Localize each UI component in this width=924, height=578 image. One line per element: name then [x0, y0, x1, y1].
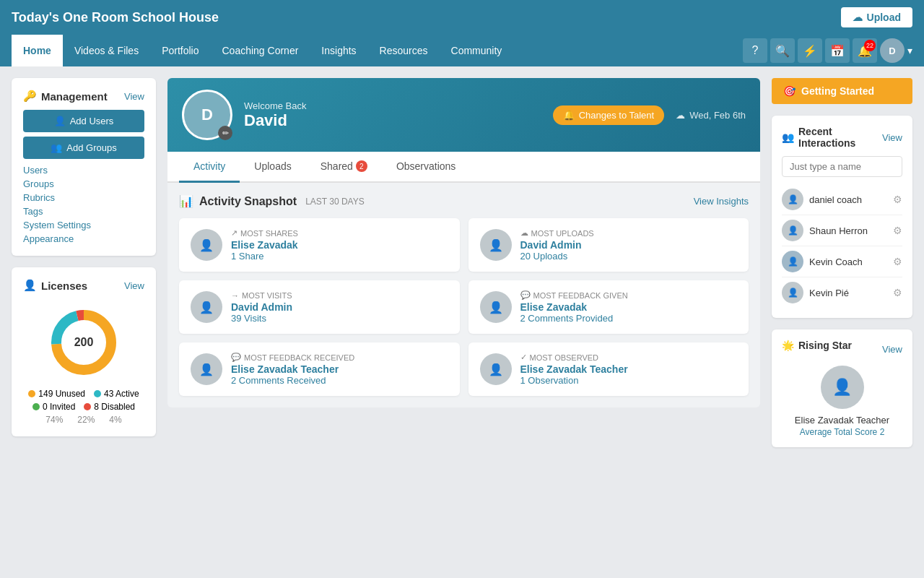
licenses-view-link[interactable]: View	[124, 280, 144, 291]
snap-avatar-0: 👤	[191, 229, 222, 261]
link-system-settings[interactable]: System Settings	[23, 220, 144, 230]
disabled-dot	[84, 403, 91, 410]
user-avatar-nav[interactable]: D	[880, 38, 905, 63]
nav-item-resources[interactable]: Resources	[368, 35, 440, 66]
snap-name-5[interactable]: Elise Zavadak Teacher	[520, 363, 628, 375]
notification-button[interactable]: 🔔 22	[853, 38, 877, 63]
active-dot	[94, 390, 101, 397]
snap-avatar-1: 👤	[480, 229, 512, 261]
snap-name-2[interactable]: David Admin	[231, 301, 292, 313]
lightning-button[interactable]: ⚡	[798, 38, 822, 63]
tab-observations[interactable]: Observations	[382, 152, 470, 183]
snapshot-card-most-uploads: 👤 ☁ MOST UPLOADS David Admin 20 Uploads	[468, 218, 749, 272]
rising-star-name: Elise Zavadak Teacher	[782, 415, 902, 426]
snapshot-card-most-feedback-received: 👤 💬 MOST FEEDBACK RECEIVED Elise Zavadak…	[179, 342, 460, 396]
snap-count-5: 1 Observation	[520, 375, 628, 386]
link-rubrics[interactable]: Rubrics	[23, 192, 144, 203]
management-view-link[interactable]: View	[124, 91, 144, 102]
view-insights-link[interactable]: View Insights	[694, 196, 749, 207]
snap-label-3: 💬 MOST FEEDBACK GIVEN	[520, 290, 628, 300]
add-users-button[interactable]: 👤 Add Users	[23, 110, 144, 132]
snap-info-5: ✓ MOST OBSERVED Elise Zavadak Teacher 1 …	[520, 353, 628, 386]
tab-uploads[interactable]: Uploads	[240, 152, 305, 183]
help-button[interactable]: ?	[743, 38, 767, 63]
interaction-search-input[interactable]	[782, 156, 902, 177]
interaction-item-3: 👤 Kevin Pié ⚙	[782, 277, 902, 308]
main-layout: 🔑 Management View 👤 Add Users 👥 Add Grou…	[0, 66, 924, 459]
disabled-label: 8 Disabled	[94, 402, 135, 412]
add-groups-button[interactable]: 👥 Add Groups	[23, 137, 144, 159]
profile-name: David	[244, 111, 306, 130]
group-icon: 👥	[51, 142, 62, 153]
gear-icon-1[interactable]: ⚙	[893, 225, 902, 236]
snap-name-0[interactable]: Elise Zavadak	[231, 239, 298, 251]
feedback-received-icon: 💬	[231, 353, 241, 362]
snap-name-4[interactable]: Elise Zavadak Teacher	[231, 363, 354, 375]
snap-info-2: → MOST VISITS David Admin 39 Visits	[231, 291, 292, 324]
management-card: 🔑 Management View 👤 Add Users 👥 Add Grou…	[12, 78, 156, 256]
gear-icon-0[interactable]: ⚙	[893, 194, 902, 205]
calendar-button[interactable]: 📅	[825, 38, 850, 63]
nav-item-coaching[interactable]: Coaching Corner	[211, 35, 310, 66]
interaction-name-0[interactable]: daniel coach	[809, 194, 862, 205]
nav-item-community[interactable]: Community	[440, 35, 514, 66]
getting-started-button[interactable]: 🎯 Getting Started	[772, 78, 912, 104]
rising-star-score: Average Total Score 2	[782, 427, 902, 437]
invited-dot	[32, 403, 40, 410]
recent-interactions-view-link[interactable]: View	[882, 132, 902, 143]
tab-activity[interactable]: Activity	[179, 152, 240, 183]
snap-avatar-5: 👤	[480, 353, 512, 385]
link-groups[interactable]: Groups	[23, 178, 144, 189]
gear-icon-2[interactable]: ⚙	[893, 256, 902, 267]
snapshot-grid: 👤 ↗ MOST SHARES Elise Zavadak 1 Share 👤	[179, 218, 749, 396]
management-title: 🔑 Management	[23, 90, 108, 103]
snapshot-header: 📊 Activity Snapshot LAST 30 DAYS View In…	[179, 194, 749, 208]
link-users[interactable]: Users	[23, 165, 144, 176]
legend-disabled: 8 Disabled	[84, 402, 135, 412]
interaction-name-1[interactable]: Shaun Herron	[809, 225, 868, 236]
snap-label-5: ✓ MOST OBSERVED	[520, 353, 628, 362]
interaction-item-0: 👤 daniel coach ⚙	[782, 184, 902, 215]
snapshot-card-most-visits: 👤 → MOST VISITS David Admin 39 Visits	[179, 280, 460, 334]
changes-to-talent-button[interactable]: 🔔 Changes to Talent	[553, 105, 665, 125]
talent-icon: 🔔	[563, 110, 575, 121]
snap-label-2: → MOST VISITS	[231, 291, 292, 300]
top-bar-right: ☁ Upload	[841, 7, 912, 27]
profile-actions: 🔔 Changes to Talent ☁ Wed, Feb 6th	[553, 105, 746, 125]
nav-bar: Home Videos & Files Portfolio Coaching C…	[0, 35, 924, 66]
interaction-name-3[interactable]: Kevin Pié	[809, 288, 849, 298]
nav-item-home[interactable]: Home	[12, 35, 63, 66]
link-appearance[interactable]: Appearance	[23, 233, 144, 244]
snap-info-3: 💬 MOST FEEDBACK GIVEN Elise Zavadak 2 Co…	[520, 290, 628, 324]
snap-name-1[interactable]: David Admin	[520, 239, 594, 251]
nav-item-videos[interactable]: Videos & Files	[63, 35, 150, 66]
pct-unused: 74%	[45, 415, 63, 425]
profile-info: Welcome Back David	[244, 100, 306, 130]
interaction-name-2[interactable]: Kevin Coach	[809, 256, 863, 267]
link-tags[interactable]: Tags	[23, 206, 144, 217]
rising-star-title: 🌟 Rising Star	[782, 340, 852, 351]
licenses-donut-container: 200 149 Unused 43 Active 0 Invited	[23, 299, 144, 425]
legend-active: 43 Active	[94, 389, 139, 399]
top-bar: Today's One Room School House ☁ Upload	[0, 0, 924, 35]
nav-item-insights[interactable]: Insights	[310, 35, 367, 66]
profile-avatar-wrap: D ✏	[182, 90, 232, 140]
upload-icon-snap: ☁	[520, 228, 528, 238]
snap-name-3[interactable]: Elise Zavadak	[520, 301, 628, 313]
nav-item-portfolio[interactable]: Portfolio	[150, 35, 210, 66]
profile-header: D ✏ Welcome Back David 🔔 Changes to Tale…	[167, 78, 760, 152]
snap-avatar-4: 👤	[191, 353, 222, 385]
chart-icon: 📊	[179, 194, 193, 208]
snap-count-2: 39 Visits	[231, 313, 292, 324]
search-button[interactable]: 🔍	[770, 38, 795, 63]
interaction-left-3: 👤 Kevin Pié	[782, 282, 849, 303]
upload-button[interactable]: ☁ Upload	[841, 7, 912, 27]
gear-icon-3[interactable]: ⚙	[893, 287, 902, 298]
interaction-item-2: 👤 Kevin Coach ⚙	[782, 246, 902, 277]
rising-star-view-link[interactable]: View	[882, 344, 902, 355]
user-menu-arrow[interactable]: ▾	[907, 45, 912, 56]
avatar-edit-button[interactable]: ✏	[218, 126, 232, 140]
tab-shared[interactable]: Shared 2	[306, 152, 382, 183]
people-icon: 👥	[782, 131, 794, 143]
snap-count-3: 2 Comments Provided	[520, 313, 628, 324]
